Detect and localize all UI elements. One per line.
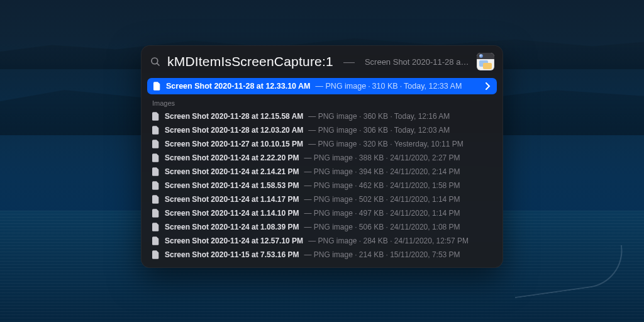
result-row[interactable]: Screen Shot 2020-11-24 at 1.58.53 PM— PN… xyxy=(146,179,498,192)
search-input[interactable]: kMDItemIsScreenCapture:1 xyxy=(167,54,333,69)
result-meta: — PNG image · 502 KB · 24/11/2020, 1:14 … xyxy=(304,195,460,204)
result-meta: — PNG image · 497 KB · 24/11/2020, 1:14 … xyxy=(304,209,460,218)
preview-app-icon xyxy=(477,53,494,70)
result-row[interactable]: Screen Shot 2020-11-24 at 1.14.10 PM— PN… xyxy=(146,206,498,220)
file-icon xyxy=(152,209,160,218)
result-meta: — PNG image·310 KB·Today, 12:33 AM xyxy=(316,82,462,91)
top-hit-row[interactable]: Screen Shot 2020-11-28 at 12.33.10 AM — … xyxy=(147,78,497,94)
file-icon xyxy=(152,250,160,259)
result-row[interactable]: Screen Shot 2020-11-24 at 2.22.20 PM— PN… xyxy=(146,151,498,165)
result-row[interactable]: Screen Shot 2020-11-24 at 12.57.10 PM— P… xyxy=(146,234,498,248)
result-row[interactable]: Screen Shot 2020-11-24 at 1.14.17 PM— PN… xyxy=(146,192,498,206)
result-row[interactable]: Screen Shot 2020-11-28 at 12.15.58 AM— P… xyxy=(146,109,498,123)
result-name: Screen Shot 2020-11-24 at 12.57.10 PM xyxy=(165,236,303,245)
result-meta: — PNG image · 214 KB · 15/11/2020, 7:53 … xyxy=(304,250,460,259)
result-name: Screen Shot 2020-11-24 at 1.14.10 PM xyxy=(165,209,299,218)
result-name: Screen Shot 2020-11-15 at 7.53.16 PM xyxy=(165,250,299,259)
result-name: Screen Shot 2020-11-24 at 2.22.20 PM xyxy=(165,153,299,162)
result-row[interactable]: Screen Shot 2020-11-27 at 10.10.15 PM— P… xyxy=(146,137,498,151)
top-hit-inline: Screen Shot 2020-11-28 at 12.33.10 AM xyxy=(365,57,470,67)
file-icon xyxy=(152,223,160,231)
file-icon xyxy=(152,140,160,148)
result-meta: — PNG image · 394 KB · 24/11/2020, 2:14 … xyxy=(304,167,460,176)
result-meta: — PNG image · 360 KB · Today, 12:16 AM xyxy=(308,112,450,121)
result-row[interactable]: Screen Shot 2020-11-28 at 12.03.20 AM— P… xyxy=(146,123,498,137)
result-name: Screen Shot 2020-11-28 at 12.03.20 AM xyxy=(165,126,303,135)
result-meta: — PNG image · 284 KB · 24/11/2020, 12:57… xyxy=(308,236,469,245)
result-meta: — PNG image · 320 KB · Yesterday, 10:11 … xyxy=(308,140,464,148)
chevron-right-icon xyxy=(486,82,491,90)
file-icon xyxy=(152,167,160,176)
result-name: Screen Shot 2020-11-28 at 12.33.10 AM xyxy=(166,82,311,91)
result-name: Screen Shot 2020-11-24 at 2.14.21 PM xyxy=(165,167,299,176)
result-name: Screen Shot 2020-11-24 at 1.08.39 PM xyxy=(165,223,299,231)
result-name: Screen Shot 2020-11-27 at 10.10.15 PM xyxy=(165,140,303,148)
result-name: Screen Shot 2020-11-24 at 1.58.53 PM xyxy=(165,181,299,190)
file-icon xyxy=(152,112,160,121)
result-row[interactable]: Screen Shot 2020-11-24 at 1.08.39 PM— PN… xyxy=(146,220,498,234)
file-icon xyxy=(153,82,161,91)
results-list: Screen Shot 2020-11-28 at 12.15.58 AM— P… xyxy=(141,109,503,268)
result-meta: — PNG image · 306 KB · Today, 12:03 AM xyxy=(308,126,450,135)
result-meta: — PNG image · 506 KB · 24/11/2020, 1:08 … xyxy=(304,223,460,231)
spotlight-header: kMDItemIsScreenCapture:1 — Screen Shot 2… xyxy=(141,45,503,77)
file-icon xyxy=(152,126,160,135)
section-label: Images xyxy=(141,98,503,109)
result-name: Screen Shot 2020-11-24 at 1.14.17 PM xyxy=(165,195,299,204)
result-meta: — PNG image · 388 KB · 24/11/2020, 2:27 … xyxy=(304,153,460,162)
result-name: Screen Shot 2020-11-28 at 12.15.58 AM xyxy=(165,112,303,121)
file-icon xyxy=(152,236,160,245)
result-row[interactable]: Screen Shot 2020-11-24 at 2.14.21 PM— PN… xyxy=(146,165,498,179)
result-meta: — PNG image · 462 KB · 24/11/2020, 1:58 … xyxy=(304,181,460,190)
file-icon xyxy=(152,181,160,190)
dash-separator: — xyxy=(340,55,358,69)
svg-line-1 xyxy=(157,63,159,65)
file-icon xyxy=(152,195,160,204)
spotlight-window: kMDItemIsScreenCapture:1 — Screen Shot 2… xyxy=(141,45,503,268)
result-row[interactable]: Screen Shot 2020-11-15 at 7.53.16 PM— PN… xyxy=(146,248,498,262)
search-icon xyxy=(150,56,161,67)
file-icon xyxy=(152,153,160,162)
